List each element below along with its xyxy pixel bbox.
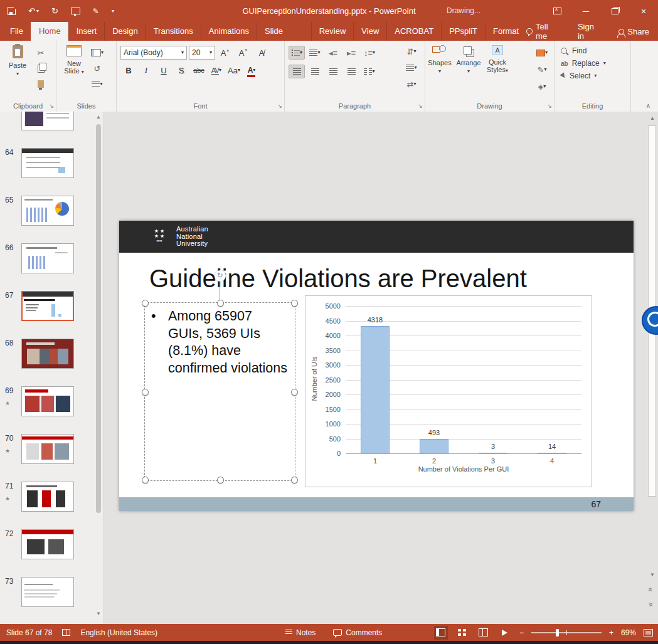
clear-formatting-button[interactable]: A̸ <box>253 46 270 60</box>
zoom-slider-thumb[interactable] <box>556 629 559 636</box>
slide-thumbnail[interactable] <box>21 291 74 321</box>
format-painter-button[interactable] <box>33 77 49 91</box>
tab-file[interactable]: File <box>3 22 31 41</box>
zoom-percentage[interactable]: 69% <box>621 628 636 637</box>
font-name-select[interactable]: Arial (Body)▾ <box>120 46 187 60</box>
change-case-button[interactable]: Aa▾ <box>226 63 242 77</box>
text-shadow-button[interactable]: S <box>173 63 189 77</box>
replace-button[interactable]: abReplace▾ <box>555 57 630 70</box>
slide-thumbnail[interactable] <box>21 196 74 226</box>
strikethrough-button[interactable]: abc <box>191 63 207 77</box>
comments-button[interactable]: Comments <box>333 628 382 637</box>
arrange-button[interactable]: Arrange▾ <box>454 41 483 112</box>
ribbon-display-options-button[interactable] <box>543 0 571 22</box>
resize-handle-se[interactable] <box>291 477 298 483</box>
convert-smartart-button[interactable]: ⇄▾ <box>403 77 420 91</box>
zoom-in-button[interactable]: + <box>609 628 613 637</box>
share-button[interactable]: Share <box>618 27 649 36</box>
selected-text-placeholder[interactable]: ↻ • Among 65907 GUIs, 5369 UIs (8.1%) ha… <box>144 302 295 481</box>
align-left-button[interactable] <box>289 65 305 78</box>
font-color-button[interactable]: A▾ <box>243 63 260 77</box>
slide-canvas[interactable]: ★ ★★ ★≈≈ Australian National University … <box>119 221 634 511</box>
reading-view-button[interactable] <box>477 626 491 640</box>
zoom-out-button[interactable]: − <box>519 628 524 637</box>
chart-bar[interactable] <box>479 453 507 453</box>
slide-thumbnail[interactable] <box>21 339 74 369</box>
close-button[interactable]: × <box>629 0 658 22</box>
redo-button[interactable]: ↻ <box>51 6 58 16</box>
shrink-font-button[interactable]: A▼ <box>235 46 252 60</box>
collapse-ribbon-button[interactable]: ∧ <box>646 102 650 109</box>
columns-button[interactable]: ▾ <box>361 65 378 78</box>
align-center-button[interactable] <box>307 65 323 78</box>
font-dialog-launcher[interactable]: ↘ <box>277 103 282 109</box>
slide-thumbnail[interactable] <box>21 434 74 464</box>
bold-button[interactable]: B <box>120 63 137 77</box>
align-right-button[interactable] <box>325 65 341 78</box>
chart-bar[interactable] <box>361 326 390 453</box>
increase-indent-button[interactable]: ▸≡ <box>343 46 359 60</box>
slide-thumbnail[interactable] <box>21 529 74 559</box>
reset-button[interactable]: ↺ <box>89 61 105 75</box>
fit-slide-to-window-icon[interactable] <box>644 629 653 636</box>
align-text-button[interactable]: ▾ <box>403 61 420 75</box>
scrollbar-thumb[interactable] <box>96 124 101 513</box>
numbering-button[interactable]: ▾ <box>307 46 323 60</box>
bar-chart[interactable]: Number of UIs Number of Violations Per G… <box>305 295 592 487</box>
justify-button[interactable] <box>343 65 359 78</box>
thumbnail-scrollbar[interactable]: ▲ ▼ <box>94 113 103 618</box>
grow-font-button[interactable]: A▲ <box>217 46 233 60</box>
paragraph-dialog-launcher[interactable]: ↘ <box>418 103 423 109</box>
font-size-select[interactable]: 20▾ <box>189 46 215 60</box>
tab-format[interactable]: Format <box>485 22 526 41</box>
slide-thumbnail[interactable] <box>21 577 74 607</box>
bullets-button[interactable]: ▾ <box>289 46 305 60</box>
clipboard-dialog-launcher[interactable]: ↘ <box>49 103 54 109</box>
slide-show-button[interactable] <box>498 626 512 640</box>
restore-button[interactable] <box>600 0 629 22</box>
resize-handle-nw[interactable] <box>142 300 149 307</box>
chart-bar[interactable] <box>538 453 566 453</box>
character-spacing-button[interactable]: AV▾ <box>208 63 225 77</box>
shapes-button[interactable]: Shapes▾ <box>425 41 454 112</box>
save-button[interactable] <box>8 7 16 15</box>
section-button[interactable]: ▾ <box>89 77 105 91</box>
resize-handle-e[interactable] <box>291 389 298 396</box>
resize-handle-ne[interactable] <box>291 300 298 307</box>
touch-mouse-mode-button[interactable]: ✎ <box>93 7 99 16</box>
shape-effects-button[interactable]: ◈▾ <box>534 80 550 93</box>
previous-slide-button[interactable]: « <box>646 588 655 592</box>
minimize-button[interactable]: ─ <box>571 0 600 22</box>
layout-button[interactable]: ▾ <box>89 46 105 60</box>
tab-acrobat[interactable]: ACROBAT <box>386 22 441 41</box>
tab-ppsplit[interactable]: PPspliT <box>441 22 485 41</box>
slide-thumbnail[interactable] <box>21 386 74 416</box>
slide-thumbnail[interactable] <box>21 112 74 130</box>
tab-design[interactable]: Design <box>104 22 145 41</box>
language-indicator[interactable]: English (United States) <box>80 628 157 637</box>
paste-button[interactable]: Paste▾ <box>3 41 33 112</box>
text-direction-button[interactable]: ⇵▾ <box>403 45 420 58</box>
underline-button[interactable]: U <box>156 63 172 77</box>
tab-transitions[interactable]: Transitions <box>146 22 201 41</box>
undo-dropdown-arrow[interactable]: ▾ <box>36 9 39 14</box>
resize-handle-s[interactable] <box>217 477 224 483</box>
tab-view[interactable]: View <box>353 22 386 41</box>
tell-me-button[interactable]: Tell me <box>526 22 561 41</box>
line-spacing-button[interactable]: ↕≡▾ <box>361 46 378 60</box>
slide-title[interactable]: Guideline Violations are Prevalent <box>149 265 527 293</box>
notes-button[interactable]: Notes <box>285 628 316 637</box>
drawing-dialog-launcher[interactable]: ↘ <box>547 103 552 109</box>
undo-button[interactable]: ↶▾ <box>28 6 39 16</box>
scroll-up-arrow-icon[interactable]: ▲ <box>94 114 103 120</box>
shape-outline-button[interactable]: ✎▾ <box>534 63 550 77</box>
scroll-down-arrow-icon[interactable]: ▼ <box>647 572 657 578</box>
resize-handle-sw[interactable] <box>142 477 149 483</box>
next-slide-button[interactable]: « <box>646 603 655 607</box>
find-button[interactable]: Find <box>555 45 630 57</box>
tab-home[interactable]: Home <box>31 22 68 41</box>
start-from-beginning-button[interactable] <box>71 8 80 14</box>
scroll-up-arrow-icon[interactable]: ▲ <box>647 115 657 121</box>
cut-button[interactable]: ✂ <box>33 46 49 60</box>
select-button[interactable]: Select▾ <box>555 70 630 82</box>
